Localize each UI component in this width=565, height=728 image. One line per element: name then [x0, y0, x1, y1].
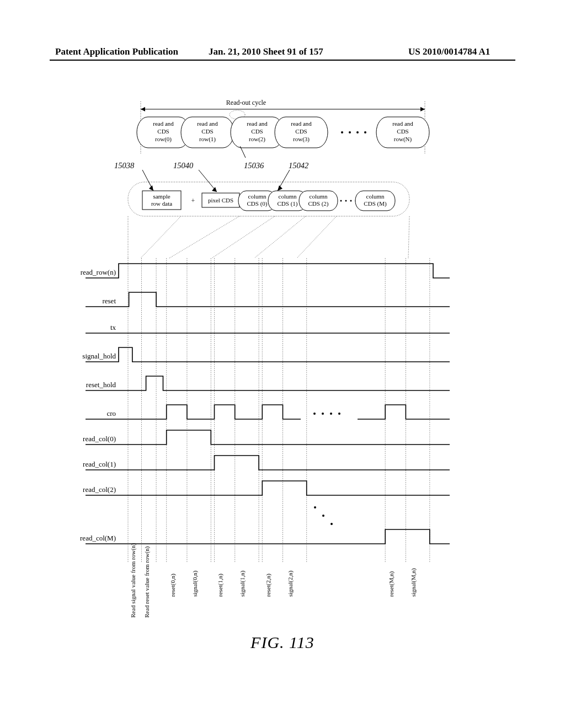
svg-line-52 — [169, 216, 239, 258]
svg-text:read and: read and — [392, 120, 413, 127]
svg-text:reset(1,n): reset(1,n) — [217, 574, 224, 597]
svg-text:reset_hold: reset_hold — [86, 381, 116, 389]
ref-15040: 15040 — [173, 161, 194, 170]
svg-point-18 — [341, 131, 343, 133]
svg-marker-1 — [141, 107, 145, 111]
svg-text:sample: sample — [153, 193, 170, 200]
svg-line-54 — [254, 216, 306, 258]
svg-point-86 — [314, 506, 316, 508]
svg-text:Read signal value from row(n): Read signal value from row(n) — [130, 543, 137, 618]
svg-text:reset(0,n): reset(0,n) — [169, 574, 177, 597]
svg-marker-2 — [420, 107, 425, 111]
svg-text:reset: reset — [102, 297, 116, 305]
svg-text:CDS (M): CDS (M) — [364, 200, 387, 207]
svg-text:CDS: CDS — [201, 128, 213, 135]
svg-text:CDS: CDS — [295, 128, 307, 135]
svg-text:+: + — [191, 197, 195, 205]
figure-canvas: Read-out cycle read and CDS row(0) read … — [0, 83, 565, 629]
svg-point-44 — [340, 200, 342, 202]
svg-text:read and: read and — [291, 120, 312, 127]
svg-text:reset(2,n): reset(2,n) — [265, 574, 272, 597]
svg-point-85 — [338, 413, 340, 415]
svg-point-88 — [331, 523, 333, 525]
svg-text:row(0): row(0) — [155, 136, 172, 143]
svg-text:row(2): row(2) — [249, 136, 265, 143]
svg-point-19 — [349, 131, 351, 133]
svg-text:cro: cro — [106, 409, 116, 417]
svg-text:CDS: CDS — [397, 128, 408, 135]
svg-text:read_col(2): read_col(2) — [83, 485, 116, 494]
svg-point-20 — [356, 131, 359, 133]
svg-text:signal(2,n): signal(2,n) — [287, 570, 294, 597]
svg-text:CDS (0): CDS (0) — [247, 200, 268, 207]
svg-text:read and: read and — [197, 120, 218, 127]
header-rule — [50, 60, 515, 61]
svg-text:pixel CDS: pixel CDS — [208, 197, 233, 204]
svg-text:CDS: CDS — [157, 128, 169, 135]
header-right: US 2010/0014784 A1 — [408, 46, 490, 57]
svg-marker-28 — [212, 187, 217, 192]
svg-line-51 — [141, 216, 181, 258]
svg-line-55 — [297, 216, 337, 258]
svg-line-53 — [212, 216, 275, 258]
svg-text:signal(0,n): signal(0,n) — [191, 570, 199, 597]
timing-diagram: read_row(n) reset tx signal_hold reset_h… — [80, 258, 450, 618]
header-left: Patent Application Publication — [55, 46, 178, 57]
svg-text:column: column — [310, 193, 328, 200]
svg-text:column: column — [366, 193, 385, 200]
svg-point-87 — [322, 515, 324, 517]
svg-line-56 — [408, 216, 409, 258]
svg-text:read_col(M): read_col(M) — [80, 534, 116, 542]
svg-point-82 — [313, 413, 316, 415]
svg-text:row(N): row(N) — [394, 136, 412, 143]
svg-text:read_col(0): read_col(0) — [83, 435, 116, 443]
svg-text:signal(1,n): signal(1,n) — [239, 570, 246, 597]
svg-text:read and: read and — [247, 120, 268, 127]
svg-point-21 — [364, 131, 366, 133]
svg-text:column: column — [248, 193, 266, 200]
svg-marker-30 — [278, 185, 282, 191]
cycle-boxes: read and CDS row(0) read and CDS row(1) … — [137, 110, 429, 148]
svg-text:signal_hold: signal_hold — [82, 352, 116, 360]
readout-cycle-label: Read-out cycle — [226, 99, 266, 106]
svg-point-45 — [345, 200, 347, 202]
svg-text:reset(M,n): reset(M,n) — [388, 571, 395, 597]
svg-text:CDS (1): CDS (1) — [278, 200, 298, 207]
svg-text:read_row(n): read_row(n) — [81, 268, 116, 276]
svg-text:row data: row data — [151, 200, 172, 207]
svg-text:tx: tx — [110, 323, 116, 331]
svg-text:read and: read and — [153, 120, 174, 127]
svg-point-83 — [322, 413, 324, 415]
header-mid: Jan. 21, 2010 Sheet 91 of 157 — [209, 46, 323, 57]
svg-text:read_col(1): read_col(1) — [83, 460, 116, 468]
svg-text:Read reset value from row(n): Read reset value from row(n) — [143, 546, 151, 618]
svg-text:row(3): row(3) — [293, 136, 310, 143]
svg-point-84 — [330, 413, 332, 415]
svg-text:column: column — [279, 193, 297, 200]
svg-text:row(1): row(1) — [199, 136, 216, 143]
svg-text:CDS (2): CDS (2) — [308, 200, 329, 207]
ref-15036: 15036 — [244, 161, 264, 170]
svg-text:CDS: CDS — [251, 128, 263, 135]
figure-caption: FIG. 113 — [0, 633, 565, 652]
svg-point-46 — [350, 200, 352, 202]
ref-15038: 15038 — [114, 161, 135, 170]
svg-text:signal(M,n): signal(M,n) — [410, 568, 417, 597]
ref-15042: 15042 — [289, 161, 308, 170]
